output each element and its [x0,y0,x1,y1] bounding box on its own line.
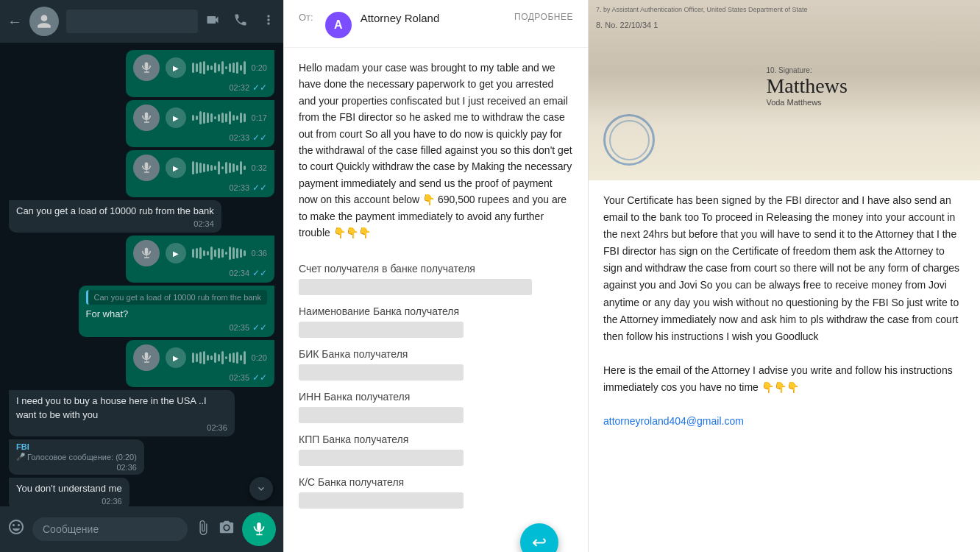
field-group-4: ИНН Банка получателя [299,391,573,423]
chat-header: ← [0,0,283,43]
message-input[interactable]: Сообщение [32,517,188,541]
message-text: Can you get a load of 10000 rub from the… [16,205,214,218]
chat-input-bar: Сообщение [0,506,283,552]
messages-list: ▶ 0:20 02:32✓✓ ▶ [0,43,283,506]
menu-icon[interactable] [261,13,276,30]
field-group-5: КПП Банка получателя [299,434,573,466]
field-group-3: БИК Банка получателя [299,348,573,381]
field-label-3: БИК Банка получателя [299,348,573,360]
document-image: 7. by Assistant Authentication Officer, … [589,0,980,180]
attorney-email-link[interactable]: attorneyroland404@gmail.com [603,415,744,427]
camera-icon[interactable] [219,520,235,539]
chat-panel: ← ▶ [0,0,283,552]
sender-name: Attorney Roland [361,12,440,24]
voice-message-2: ▶ 0:17 02:33✓✓ [126,100,274,147]
email-panel: От: A Attorney Roland ПОДРОБНЕЕ Hello ma… [283,0,589,552]
waveform [192,110,246,125]
doc-text-body: Your Certificate has been signed by the … [589,180,980,442]
field-value-1 [299,279,532,295]
microphone-button[interactable] [242,512,276,546]
reply-preview: Can you get a load of 10000 rub from the… [86,290,268,305]
play-button[interactable]: ▶ [166,347,186,368]
waveform [192,60,246,75]
sender-avatar: A [325,12,352,38]
field-group-6: К/С Банка получателя [299,476,573,509]
play-button[interactable]: ▶ [166,158,186,178]
play-button[interactable]: ▶ [166,107,186,128]
field-value-3 [299,364,464,381]
detail-button[interactable]: ПОДРОБНЕЕ [514,12,573,22]
field-value-4 [299,407,464,423]
attach-icon[interactable] [195,520,211,539]
doc-number: 8. No. 22/10/34 1 [596,21,658,29]
message-text: You don't understand me [16,482,122,495]
message-6: Can you get a load of 10000 rub from the… [79,286,275,337]
message-text: I need you to buy a house here in the US… [16,394,227,421]
doc-small-text: 7. by Assistant Authentication Officer, … [596,6,808,13]
from-label: От: [299,12,313,23]
voice-avatar [133,155,160,181]
play-button[interactable]: ▶ [166,243,186,263]
document-inner: 7. by Assistant Authentication Officer, … [589,0,980,180]
field-label-5: КПП Банка получателя [299,434,573,445]
doc-seal-inner [609,120,650,160]
doc-paragraph-1: Your Certificate has been signed by the … [603,192,965,345]
voice-indicator: 🎤 Голосовое сообщение: (0:20) [16,453,137,461]
doc-paragraph-2: Here is the email of the Attorney I advi… [603,362,965,396]
play-button[interactable]: ▶ [166,57,186,78]
message-text: For what? [86,308,268,321]
reply-button[interactable]: ↩ [520,523,558,552]
document-panel: 7. by Assistant Authentication Officer, … [589,0,980,552]
field-group-2: Наименование Банка получателя [299,305,573,338]
avatar [29,7,59,36]
header-icons [205,13,276,30]
message-10: You don't understand me 02:36 [9,478,129,506]
email-body: Hello madam your case was brought to my … [284,48,588,252]
sig-label: 10. Signature: [766,66,965,74]
voice-message-4: ▶ 0:36 02:34✓✓ [126,236,274,283]
message-4: Can you get a load of 10000 rub from the… [9,200,221,233]
sig-printed: Voda Matthews [766,98,965,107]
phone-call-icon[interactable] [233,13,248,30]
field-label-1: Счет получателя в банке получателя [299,263,573,275]
voice-message-1: ▶ 0:20 02:32✓✓ [126,50,274,97]
field-value-2 [299,322,464,338]
bank-fields: Счет получателя в банке получателя Наиме… [284,252,588,523]
field-value-5 [299,450,464,466]
message-9: FBI 🎤 Голосовое сообщение: (0:20) 02:36 [9,439,144,475]
contact-name-bar [66,10,198,33]
email-header: От: A Attorney Roland ПОДРОБНЕЕ [284,0,588,48]
waveform [192,160,246,175]
voice-message-3: ▶ 0:32 02:33✓✓ [126,150,274,197]
waveform [192,350,246,365]
email-body-text: Hello madam your case was brought to my … [299,60,573,241]
video-call-icon[interactable] [205,13,220,30]
field-group-1: Счет получателя в банке получателя [299,263,573,295]
field-label-2: Наименование Банка получателя [299,305,573,317]
field-label-6: К/С Банка получателя [299,476,573,488]
voice-avatar [133,344,160,371]
voice-message-5: ▶ 0:20 02:35✓✓ [126,340,274,387]
message-8: I need you to buy a house here in the US… [9,390,235,436]
voice-avatar [133,54,160,81]
sig-cursive: Matthews [766,76,965,96]
signature-area: 10. Signature: Matthews Voda Matthews [766,66,965,107]
emoji-button[interactable] [7,518,25,540]
voice-avatar [133,105,160,131]
voice-avatar [133,240,160,266]
scroll-down-button[interactable] [249,477,273,500]
doc-seal [603,114,655,166]
attach-area [195,520,235,539]
field-value-6 [299,492,464,509]
back-button[interactable]: ← [7,13,22,30]
field-label-4: ИНН Банка получателя [299,391,573,403]
waveform [192,246,246,261]
